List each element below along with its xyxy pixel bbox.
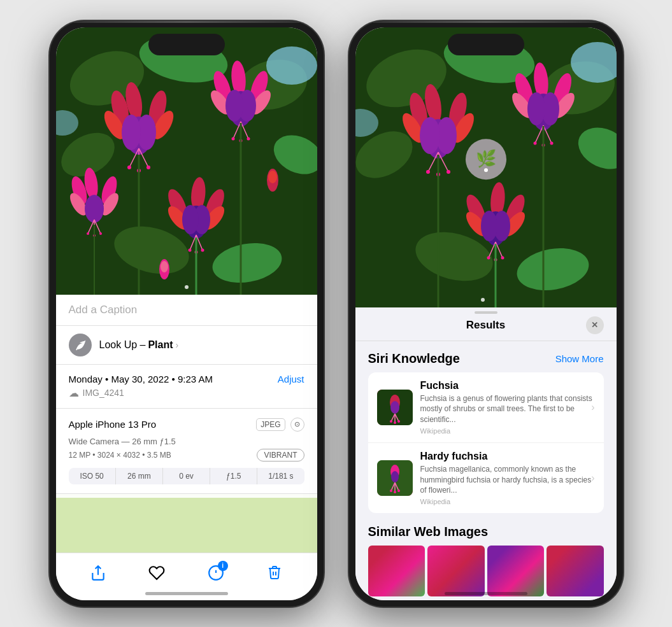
exif-aperture: ƒ1.5 bbox=[210, 468, 257, 484]
heart-icon bbox=[148, 565, 165, 581]
photo-area[interactable] bbox=[56, 27, 317, 295]
siri-knowledge-section: Siri Knowledge Show More bbox=[355, 341, 617, 514]
fuchsia-text: Fuchsia Fuchsia is a genus of flowering … bbox=[420, 380, 595, 435]
photo-date: Monday • May 30, 2022 • 9:23 AM bbox=[69, 374, 213, 384]
svg-point-21 bbox=[127, 166, 131, 169]
share-button[interactable] bbox=[89, 563, 108, 582]
exif-iso: ISO 50 bbox=[69, 468, 116, 484]
svg-point-99 bbox=[447, 170, 450, 174]
lookup-text: Look Up – bbox=[99, 339, 146, 351]
fuchsia-title: Fuchsia bbox=[420, 380, 595, 391]
hardy-fuchsia-chevron-icon: › bbox=[591, 472, 594, 484]
filename: IMG_4241 bbox=[83, 388, 124, 398]
exif-ev: 0 ev bbox=[163, 468, 210, 484]
svg-point-37 bbox=[247, 137, 250, 140]
phone-1-screen: Add a Caption Look Up – Plant › Mond bbox=[56, 27, 317, 600]
lookup-icon bbox=[69, 334, 92, 356]
svg-point-67 bbox=[161, 261, 168, 272]
specs-text: 12 MP • 3024 × 4032 • 3.5 MB bbox=[69, 451, 171, 460]
filename-row: ☁ IMG_4241 bbox=[69, 387, 304, 399]
hardy-fuchsia-source: Wikipedia bbox=[420, 498, 595, 505]
share-icon bbox=[90, 565, 106, 581]
device-badges: JPEG ⊙ bbox=[256, 418, 304, 432]
svg-point-23 bbox=[147, 166, 150, 169]
visual-lookup-button[interactable]: 🌿 bbox=[466, 139, 506, 180]
svg-point-93 bbox=[420, 117, 440, 154]
similar-image-2[interactable] bbox=[427, 546, 485, 596]
svg-point-63 bbox=[99, 232, 102, 235]
svg-point-138 bbox=[390, 420, 392, 423]
lookup-chevron-icon: › bbox=[176, 340, 179, 350]
device-section: Apple iPhone 13 Pro JPEG ⊙ Wide Camera —… bbox=[56, 409, 317, 494]
info-button[interactable]: i bbox=[206, 563, 225, 582]
location-icon: ⊙ bbox=[290, 418, 304, 432]
svg-point-8 bbox=[266, 46, 317, 85]
svg-point-139 bbox=[394, 421, 396, 424]
caption-placeholder[interactable]: Add a Caption bbox=[69, 304, 138, 316]
svg-point-107 bbox=[527, 92, 545, 125]
similar-images-row bbox=[368, 546, 604, 596]
dynamic-island-2 bbox=[448, 34, 524, 55]
close-icon: ✕ bbox=[591, 320, 598, 330]
svg-point-148 bbox=[394, 491, 396, 493]
svg-point-45 bbox=[182, 205, 199, 234]
siri-leaf-icon: 🌿 bbox=[476, 149, 496, 169]
svg-point-49 bbox=[188, 248, 191, 251]
delete-button[interactable] bbox=[265, 563, 284, 582]
device-row: Apple iPhone 13 Pro JPEG ⊙ bbox=[69, 418, 304, 432]
map-section[interactable] bbox=[56, 494, 317, 558]
meta-section: Monday • May 30, 2022 • 9:23 AM Adjust ☁… bbox=[56, 365, 317, 409]
svg-point-51 bbox=[201, 248, 204, 251]
phone-2: 🌿 Results ✕ Siri Knowledge bbox=[349, 21, 623, 607]
leaf-icon bbox=[74, 339, 87, 351]
exif-row: ISO 50 26 mm 0 ev ƒ1.5 1/181 s bbox=[69, 468, 304, 484]
svg-point-140 bbox=[397, 420, 400, 423]
caption-area[interactable]: Add a Caption bbox=[56, 295, 317, 326]
home-indicator-1 bbox=[145, 592, 228, 595]
results-title: Results bbox=[386, 319, 586, 332]
similar-image-4[interactable] bbox=[547, 546, 604, 596]
device-name: Apple iPhone 13 Pro bbox=[69, 419, 157, 430]
phones-container: Add a Caption Look Up – Plant › Mond bbox=[50, 21, 623, 607]
phone-2-screen: 🌿 Results ✕ Siri Knowledge bbox=[355, 27, 617, 600]
lookup-row[interactable]: Look Up – Plant › bbox=[56, 326, 317, 365]
lookup-label[interactable]: Look Up – Plant › bbox=[99, 339, 179, 351]
siri-knowledge-title: Siri Knowledge bbox=[368, 351, 460, 366]
photo-area-2[interactable]: 🌿 bbox=[355, 27, 617, 307]
svg-point-65 bbox=[268, 171, 277, 183]
similar-image-3[interactable] bbox=[487, 546, 545, 596]
svg-point-72 bbox=[185, 285, 189, 289]
exif-focal: 26 mm bbox=[116, 468, 163, 484]
cloud-icon: ☁ bbox=[69, 387, 79, 399]
svg-point-127 bbox=[501, 256, 504, 259]
specs-row: 12 MP • 3024 × 4032 • 3.5 MB VIBRANT bbox=[69, 449, 304, 461]
svg-point-35 bbox=[231, 137, 234, 140]
hardy-fuchsia-text: Hardy fuchsia Fuchsia magellanica, commo… bbox=[420, 451, 595, 505]
svg-point-111 bbox=[533, 141, 536, 144]
svg-point-149 bbox=[397, 490, 400, 492]
svg-point-97 bbox=[426, 170, 430, 174]
svg-point-125 bbox=[487, 256, 490, 259]
knowledge-item-fuchsia[interactable]: Fuchsia Fuchsia is a genus of flowering … bbox=[368, 372, 604, 443]
fuchsia-thumbnail bbox=[377, 390, 413, 425]
knowledge-item-hardy-fuchsia[interactable]: Hardy fuchsia Fuchsia magellanica, commo… bbox=[368, 443, 604, 513]
similar-image-1[interactable] bbox=[368, 546, 425, 596]
fuchsia-source: Wikipedia bbox=[420, 427, 595, 435]
favorite-button[interactable] bbox=[147, 563, 166, 582]
trash-icon bbox=[267, 565, 282, 581]
svg-point-113 bbox=[550, 141, 553, 144]
drag-handle[interactable] bbox=[475, 311, 497, 314]
knowledge-card: Fuchsia Fuchsia is a genus of flowering … bbox=[368, 372, 604, 514]
siri-knowledge-header: Siri Knowledge Show More bbox=[368, 351, 604, 366]
hardy-fuchsia-title: Hardy fuchsia bbox=[420, 451, 595, 462]
results-panel: Results ✕ Siri Knowledge Show More bbox=[355, 307, 617, 600]
close-button[interactable]: ✕ bbox=[586, 316, 604, 334]
phone-1: Add a Caption Look Up – Plant › Mond bbox=[50, 21, 324, 607]
hardy-fuchsia-thumbnail bbox=[377, 460, 413, 496]
home-indicator-2 bbox=[445, 592, 527, 595]
format-badge: JPEG bbox=[256, 418, 285, 431]
adjust-button[interactable]: Adjust bbox=[278, 374, 304, 384]
fuchsia-desc: Fuchsia is a genus of flowering plants t… bbox=[420, 393, 595, 425]
camera-details: Wide Camera — 26 mm ƒ1.5 bbox=[69, 437, 304, 446]
show-more-button[interactable]: Show More bbox=[555, 353, 604, 364]
